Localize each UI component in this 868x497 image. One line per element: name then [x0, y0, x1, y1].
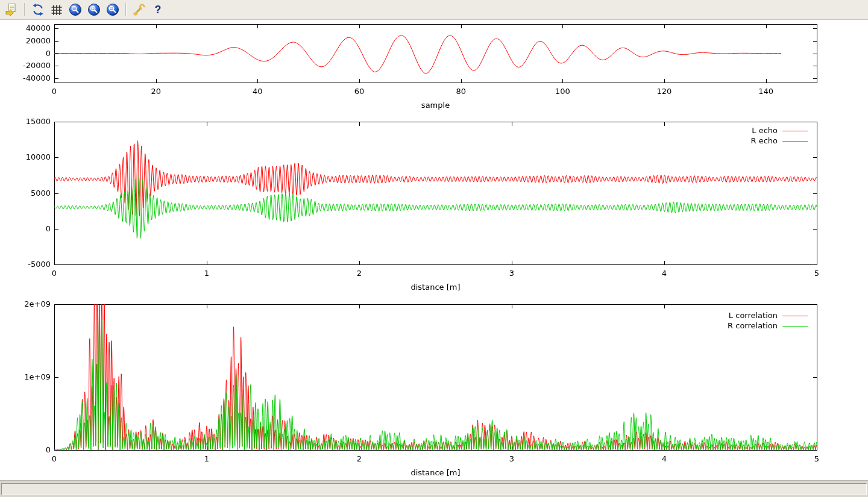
toolbar: ? — [0, 0, 868, 20]
copy-button[interactable] — [3, 1, 20, 18]
refresh-icon — [31, 2, 45, 17]
grid-icon — [49, 2, 64, 17]
settings-button[interactable] — [131, 1, 148, 18]
status-field — [1, 483, 867, 495]
status-bar — [0, 480, 868, 497]
zoom-icon — [68, 2, 83, 17]
zoom-in-icon — [87, 2, 101, 17]
help-button[interactable]: ? — [149, 1, 166, 18]
zoom-region-button[interactable] — [67, 1, 84, 18]
toolbar-separator — [24, 3, 25, 16]
copy-icon — [4, 2, 19, 17]
svg-text:?: ? — [155, 4, 162, 16]
grid-button[interactable] — [48, 1, 65, 18]
zoom-out-icon — [105, 2, 120, 17]
toolbar-separator — [125, 3, 127, 16]
wrench-icon — [132, 2, 146, 17]
plot-area[interactable] — [0, 0, 868, 497]
help-icon: ? — [151, 2, 165, 17]
replot-button[interactable] — [30, 1, 46, 18]
zoom-out-button[interactable] — [104, 1, 121, 18]
zoom-in-button[interactable] — [86, 1, 102, 18]
